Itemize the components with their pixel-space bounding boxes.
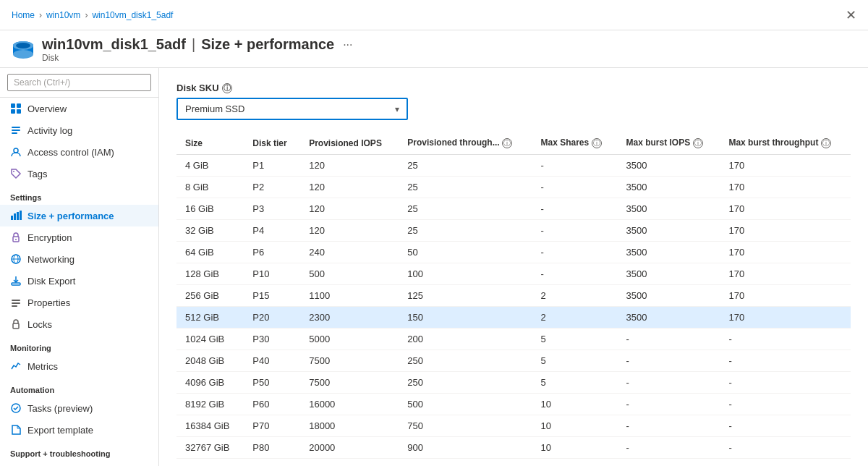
table-cell: 120 (300, 177, 399, 198)
sidebar-label-overview: Overview (27, 103, 67, 114)
sidebar: Overview Activity log Access control (IA… (0, 68, 159, 466)
table-row[interactable]: 256 GiBP15110012523500170 (176, 285, 851, 307)
table-cell: 170 (720, 263, 851, 285)
burst-throughput-info-icon[interactable]: ⓘ (821, 138, 831, 148)
table-cell: 120 (300, 220, 399, 242)
close-button[interactable]: ✕ (846, 7, 856, 23)
sidebar-label-locks: Locks (27, 319, 52, 330)
breadcrumb-home[interactable]: Home (12, 10, 35, 20)
table-cell: 3500 (617, 177, 720, 198)
svg-rect-7 (11, 109, 15, 114)
table-cell: - (720, 394, 851, 415)
svg-rect-8 (17, 109, 21, 114)
table-cell: - (532, 198, 618, 220)
sidebar-item-tasks[interactable]: Tasks (preview) (0, 397, 158, 419)
activity-log-icon (10, 124, 22, 136)
disk-sku-value: Premium SSD (185, 103, 244, 114)
table-cell: 250 (399, 350, 532, 372)
breadcrumb-sep1: › (39, 10, 42, 20)
table-cell: P40 (244, 350, 300, 372)
table-row[interactable]: 512 GiBP20230015023500170 (176, 307, 851, 329)
sidebar-item-overview[interactable]: Overview (0, 98, 158, 119)
table-cell: 3500 (617, 198, 720, 220)
table-cell: 8192 GiB (176, 394, 244, 415)
search-input[interactable] (7, 74, 151, 91)
svg-rect-16 (17, 212, 19, 220)
sidebar-item-locks[interactable]: Locks (0, 313, 158, 335)
table-row[interactable]: 4096 GiBP5075002505-- (176, 372, 851, 394)
table-row[interactable]: 16 GiBP312025-3500170 (176, 198, 851, 220)
resource-separator: | (192, 36, 195, 53)
table-cell: - (617, 350, 720, 372)
table-cell: P4 (244, 220, 300, 242)
disk-sku-info-icon[interactable]: ⓘ (222, 83, 232, 93)
throughput-info-icon[interactable]: ⓘ (502, 138, 512, 148)
encryption-icon (10, 232, 22, 243)
sidebar-item-activity-log[interactable]: Activity log (0, 119, 158, 141)
table-row[interactable]: 128 GiBP10500100-3500170 (176, 263, 851, 285)
svg-rect-15 (14, 213, 16, 220)
table-row[interactable]: 2048 GiBP4075002505-- (176, 350, 851, 372)
table-cell: P15 (244, 285, 300, 307)
table-cell: 20000 (300, 437, 399, 459)
svg-rect-5 (11, 103, 15, 108)
disk-size-table: Size Disk tier Provisioned IOPS Provisio… (176, 132, 851, 459)
sidebar-item-networking[interactable]: Networking (0, 248, 158, 270)
breadcrumb-disk[interactable]: win10vm_disk1_5adf (92, 10, 173, 20)
breadcrumb-vm[interactable]: win10vm (46, 10, 80, 20)
burst-iops-info-icon[interactable]: ⓘ (693, 138, 703, 148)
max-shares-info-icon[interactable]: ⓘ (592, 138, 602, 148)
table-cell: - (532, 263, 618, 285)
svg-rect-25 (12, 302, 20, 304)
svg-rect-6 (17, 103, 21, 108)
access-control-icon (10, 146, 22, 158)
table-row[interactable]: 32 GiBP412025-3500170 (176, 220, 851, 242)
table-row[interactable]: 64 GiBP624050-3500170 (176, 242, 851, 263)
table-cell: 5000 (300, 329, 399, 350)
table-cell: 10 (532, 394, 618, 415)
svg-point-2 (13, 50, 33, 59)
table-cell: 900 (399, 437, 532, 459)
table-row[interactable]: 16384 GiBP701800075010-- (176, 415, 851, 437)
table-cell: 500 (300, 263, 399, 285)
content-area: Disk SKU ⓘ Premium SSD ▾ Size Disk tier … (159, 68, 868, 466)
table-cell: - (532, 242, 618, 263)
table-cell: P10 (244, 263, 300, 285)
table-row[interactable]: 4 GiBP112025-3500170 (176, 155, 851, 177)
sidebar-item-export-template[interactable]: Export template (0, 419, 158, 441)
col-disk-tier: Disk tier (244, 132, 300, 155)
metrics-icon (10, 360, 22, 372)
sidebar-label-networking: Networking (27, 254, 75, 265)
disk-sku-dropdown[interactable]: Premium SSD ▾ (176, 98, 408, 120)
table-cell: P30 (244, 329, 300, 350)
overview-icon (10, 103, 22, 114)
sidebar-item-access-control[interactable]: Access control (IAM) (0, 141, 158, 163)
table-cell: 7500 (300, 372, 399, 394)
table-cell: 10 (532, 437, 618, 459)
sidebar-item-tags[interactable]: Tags (0, 163, 158, 185)
table-cell: 32767 GiB (176, 437, 244, 459)
sidebar-item-properties[interactable]: Properties (0, 292, 158, 313)
table-cell: 2048 GiB (176, 350, 244, 372)
sidebar-item-encryption[interactable]: Encryption (0, 226, 158, 248)
col-size: Size (176, 132, 244, 155)
sidebar-item-metrics[interactable]: Metrics (0, 355, 158, 377)
table-row[interactable]: 8 GiBP212025-3500170 (176, 177, 851, 198)
table-cell: 1100 (300, 285, 399, 307)
table-cell: - (532, 155, 618, 177)
table-row[interactable]: 8192 GiBP601600050010-- (176, 394, 851, 415)
svg-point-4 (16, 43, 30, 48)
sidebar-item-disk-export[interactable]: Disk Export (0, 270, 158, 292)
sidebar-item-size-performance[interactable]: Size + performance (0, 205, 158, 226)
properties-icon (10, 297, 22, 308)
table-cell: 3500 (617, 307, 720, 329)
table-row[interactable]: 1024 GiBP3050002005-- (176, 329, 851, 350)
col-provisioned-iops: Provisioned IOPS (300, 132, 399, 155)
table-cell: 170 (720, 198, 851, 220)
table-row[interactable]: 32767 GiBP802000090010-- (176, 437, 851, 459)
sidebar-item-new-support[interactable]: ? New support request (0, 461, 158, 466)
networking-icon (10, 253, 22, 265)
table-cell: P1 (244, 155, 300, 177)
more-options-icon[interactable]: ··· (343, 38, 352, 51)
col-max-burst-iops: Max burst IOPS ⓘ (617, 132, 720, 155)
